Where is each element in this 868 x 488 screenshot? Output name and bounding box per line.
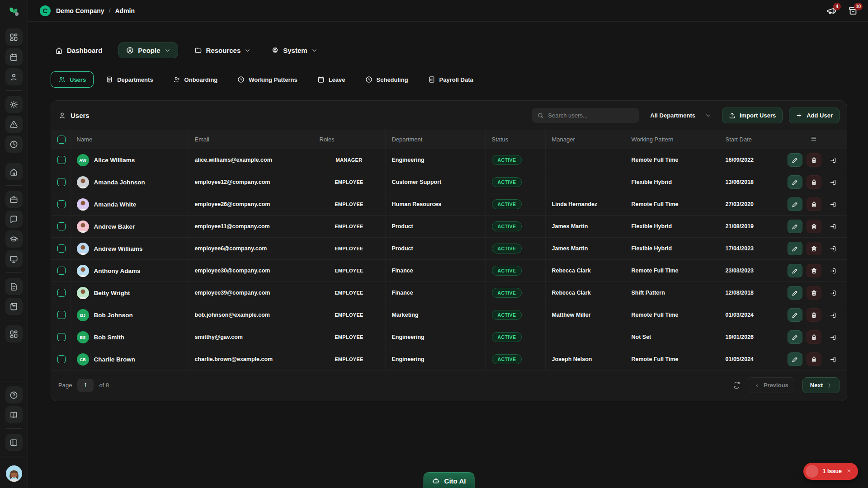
gear-icon <box>271 47 279 54</box>
edit-user-button[interactable] <box>788 175 802 189</box>
col-header-email[interactable]: Email <box>188 130 313 149</box>
login-as-user-button[interactable] <box>826 330 840 344</box>
delete-user-button[interactable] <box>807 220 821 233</box>
sidebar-item-dashboard[interactable] <box>5 28 23 46</box>
delete-user-button[interactable] <box>807 308 821 322</box>
sidebar-item-home[interactable] <box>5 163 23 180</box>
sidebar-item-docs[interactable] <box>5 406 23 423</box>
edit-user-button[interactable] <box>788 308 802 322</box>
col-header-roles[interactable]: Roles <box>313 130 385 149</box>
sidebar-item-devices[interactable] <box>5 250 23 267</box>
delete-user-button[interactable] <box>807 175 821 189</box>
delete-user-button[interactable] <box>807 264 821 277</box>
company-logo-icon[interactable]: C <box>40 5 51 16</box>
columns-menu-icon[interactable] <box>810 135 817 142</box>
tab-scheduling[interactable]: Scheduling <box>358 71 416 88</box>
log-in-icon <box>830 179 836 186</box>
delete-user-button[interactable] <box>807 242 821 255</box>
app-logo-icon[interactable] <box>7 5 21 19</box>
row-checkbox[interactable] <box>57 333 66 341</box>
sidebar-item-time[interactable] <box>5 136 23 153</box>
login-as-user-button[interactable] <box>826 286 840 300</box>
col-header-working-pattern[interactable]: Working Pattern <box>625 130 719 149</box>
delete-user-button[interactable] <box>807 352 821 366</box>
nav-item-dashboard[interactable]: Dashboard <box>51 43 107 58</box>
issue-notification[interactable]: 1 Issue <box>803 463 858 480</box>
col-header-department[interactable]: Department <box>385 130 485 149</box>
tab-working-patterns[interactable]: Working Patterns <box>230 71 305 88</box>
search-input[interactable] <box>548 112 634 119</box>
sidebar-item-appearance[interactable] <box>5 96 23 113</box>
edit-user-button[interactable] <box>788 264 802 277</box>
login-as-user-button[interactable] <box>826 175 840 189</box>
sidebar-item-learning[interactable] <box>5 230 23 248</box>
import-users-button[interactable]: Import Users <box>722 108 783 123</box>
sidebar-item-alerts[interactable] <box>5 116 23 133</box>
row-checkbox[interactable] <box>57 244 66 253</box>
delete-user-button[interactable] <box>807 286 821 300</box>
row-checkbox[interactable] <box>57 156 66 164</box>
login-as-user-button[interactable] <box>826 264 840 277</box>
breadcrumb-company[interactable]: Demo Company <box>56 7 104 14</box>
trash-icon <box>811 334 817 341</box>
inbox-button[interactable]: 10 <box>848 6 858 16</box>
sidebar-item-work[interactable] <box>5 191 23 208</box>
edit-user-button[interactable] <box>788 153 802 167</box>
login-as-user-button[interactable] <box>826 197 840 211</box>
select-all-checkbox[interactable] <box>57 136 66 144</box>
row-checkbox[interactable] <box>57 222 66 230</box>
tab-label: Users <box>70 76 86 83</box>
col-header-manager[interactable]: Manager <box>545 130 625 149</box>
row-checkbox[interactable] <box>57 289 66 297</box>
row-checkbox[interactable] <box>57 355 66 363</box>
row-checkbox[interactable] <box>57 311 66 319</box>
col-header-status[interactable]: Status <box>485 130 545 149</box>
sidebar-item-payslips[interactable] <box>5 298 23 315</box>
department-filter[interactable]: All Departments <box>646 108 716 122</box>
user-avatar[interactable] <box>6 465 22 482</box>
page-number-input[interactable]: 1 <box>77 379 94 392</box>
edit-user-button[interactable] <box>788 220 802 233</box>
tab-leave[interactable]: Leave <box>310 71 353 88</box>
sidebar-item-help[interactable] <box>5 386 23 404</box>
edit-user-button[interactable] <box>788 197 802 211</box>
nav-item-resources[interactable]: Resources <box>190 43 255 58</box>
row-checkbox[interactable] <box>57 200 66 208</box>
login-as-user-button[interactable] <box>826 352 840 366</box>
previous-page-button[interactable]: Previous <box>748 377 795 393</box>
login-as-user-button[interactable] <box>826 153 840 167</box>
row-checkbox[interactable] <box>57 267 66 275</box>
login-as-user-button[interactable] <box>826 220 840 233</box>
tab-onboarding[interactable]: Onboarding <box>165 71 226 88</box>
sidebar-item-messages[interactable] <box>5 211 23 228</box>
edit-user-button[interactable] <box>788 286 802 300</box>
nav-item-system[interactable]: System <box>267 43 321 58</box>
row-checkbox[interactable] <box>57 178 66 186</box>
sidebar-item-apps[interactable] <box>5 325 23 343</box>
sidebar-item-documents[interactable] <box>5 278 23 295</box>
cito-ai-button[interactable]: Cito AI <box>424 472 475 488</box>
delete-user-button[interactable] <box>807 153 821 167</box>
sidebar-item-calendar[interactable] <box>5 48 23 66</box>
login-as-user-button[interactable] <box>826 308 840 322</box>
delete-user-button[interactable] <box>807 330 821 344</box>
nav-item-people[interactable]: People <box>118 42 178 58</box>
refresh-button[interactable] <box>733 381 741 389</box>
tab-payroll-data[interactable]: Payroll Data <box>420 71 481 88</box>
edit-user-button[interactable] <box>788 352 802 366</box>
topbar: C Demo Company / Admin 4 10 <box>28 0 868 22</box>
edit-user-button[interactable] <box>788 242 802 255</box>
delete-user-button[interactable] <box>807 197 821 211</box>
announcements-button[interactable]: 4 <box>826 6 836 16</box>
next-page-button[interactable]: Next <box>802 377 840 393</box>
col-header-name[interactable]: Name <box>70 130 188 149</box>
tab-users[interactable]: Users <box>51 71 94 88</box>
edit-user-button[interactable] <box>788 330 802 344</box>
sidebar-item-profile[interactable] <box>5 68 23 85</box>
sidebar-item-collapse-panel[interactable] <box>5 434 23 451</box>
col-header-start-date[interactable]: Start Date <box>719 130 781 149</box>
login-as-user-button[interactable] <box>826 242 840 255</box>
close-icon[interactable] <box>846 469 852 474</box>
add-user-button[interactable]: Add User <box>789 108 840 123</box>
tab-departments[interactable]: Departments <box>98 71 160 88</box>
